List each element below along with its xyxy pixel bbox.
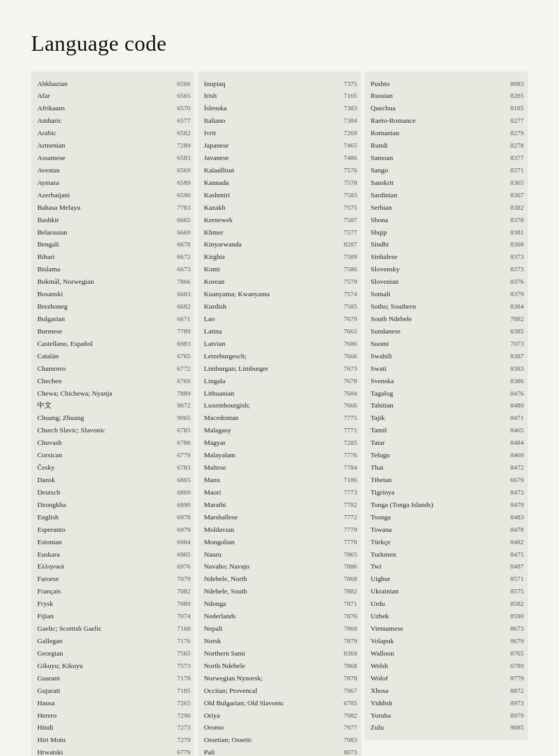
language-name: Kirghiz <box>204 252 337 263</box>
language-code: 6765 <box>171 351 190 361</box>
language-name: Komi <box>204 264 337 275</box>
language-name: Armenian <box>37 140 171 151</box>
language-name: Latvian <box>204 339 337 350</box>
language-code: 6566 <box>171 79 190 89</box>
language-code: 8476 <box>504 388 524 399</box>
language-code: 8387 <box>504 351 524 361</box>
language-name: South Ndebele <box>371 314 504 325</box>
language-name: Aymara <box>37 178 171 188</box>
table-row: Burmese7789 <box>37 325 190 338</box>
language-code: 7868 <box>337 661 357 671</box>
language-name: Esperanto <box>37 525 171 535</box>
table-row: Ndonga7871 <box>204 598 357 610</box>
table-row: Nauru7865 <box>204 548 357 561</box>
table-row: Česky6783 <box>37 462 190 474</box>
table-row: Lithuanian7684 <box>204 387 357 400</box>
table-row: Aymara6589 <box>37 177 190 189</box>
language-name: Northern Sami <box>204 648 337 659</box>
language-name: Hindi <box>37 722 171 733</box>
language-code: 7865 <box>337 549 357 560</box>
language-name: Shqip <box>371 227 504 238</box>
language-name: Chamorro <box>37 364 171 374</box>
table-row: Bengali6678 <box>37 239 190 251</box>
language-code: 8378 <box>504 215 524 225</box>
language-code: 6665 <box>171 215 190 225</box>
language-name: Kernewek <box>204 215 337 226</box>
language-code: 8382 <box>504 202 524 213</box>
table-row: Sanskrit8365 <box>371 177 524 189</box>
language-name: Tibetan <box>371 475 504 486</box>
table-row: Korean7579 <box>204 276 357 288</box>
language-name: Brezhoneg <box>37 301 171 312</box>
language-name: Javanese <box>204 153 337 164</box>
table-row: Íslenska7383 <box>204 103 357 115</box>
table-row: Mongolian7778 <box>204 536 357 548</box>
table-row: Tatar8484 <box>371 437 524 449</box>
language-name: Bosanski <box>37 289 171 300</box>
language-name: Ossetian; Ossetic <box>204 735 337 746</box>
language-code: 8373 <box>504 252 524 262</box>
language-code: 6985 <box>171 549 190 560</box>
language-name: Lithuanian <box>204 388 337 399</box>
table-row: Uzbek8590 <box>371 610 524 623</box>
language-code: 6589 <box>171 178 190 188</box>
language-name: Kuanyama; Kwanyama <box>204 289 337 300</box>
language-code: 6869 <box>171 487 190 498</box>
language-table: Abkhazian6566Afar6565Afrikaans6570Amhari… <box>31 71 528 756</box>
language-code: 6783 <box>171 462 190 473</box>
language-name: 中文 <box>37 400 171 411</box>
table-row: Armenian7289 <box>37 140 190 152</box>
language-name: Afar <box>37 91 171 101</box>
language-code: 7486 <box>337 153 357 163</box>
language-name: Nepali <box>204 623 337 634</box>
language-name: Marshallese <box>204 512 337 523</box>
language-code: 6769 <box>171 376 190 386</box>
language-code: 7579 <box>337 277 357 287</box>
table-row: Sundanese8385 <box>371 325 524 338</box>
table-row: Ελληνικά6976 <box>37 561 190 573</box>
table-row: Amharic6577 <box>37 115 190 127</box>
language-code: 7082 <box>171 586 190 597</box>
table-row: Faroese7079 <box>37 573 190 586</box>
language-code: 7465 <box>337 140 357 151</box>
language-code: 6976 <box>171 561 190 572</box>
language-code: 7577 <box>337 227 357 238</box>
language-name: Azerbaijani <box>37 190 171 201</box>
language-code: 7684 <box>337 388 357 399</box>
language-name: Íslenska <box>204 103 337 114</box>
table-row: Volapuk8679 <box>371 635 524 647</box>
table-row: Dzongkha6890 <box>37 499 190 511</box>
language-code: 6789 <box>504 661 524 671</box>
language-code: 7778 <box>337 537 357 547</box>
language-name: Lao <box>204 314 337 325</box>
table-row: Khmer7577 <box>204 226 357 239</box>
language-name: Tsonga <box>371 512 504 523</box>
language-name: Japanese <box>204 140 337 151</box>
table-row: Français7082 <box>37 586 190 598</box>
language-name: Rundi <box>371 140 504 151</box>
language-name: Bislama <box>37 264 171 275</box>
table-row: Chuvash6786 <box>37 437 190 449</box>
table-row: Abkhazian6566 <box>37 78 190 90</box>
language-code: 6890 <box>171 500 190 510</box>
table-row: Old Bulgarian; Old Slavonic6785 <box>204 697 357 709</box>
language-name: Russian <box>371 91 504 101</box>
language-name: Chuvash <box>37 438 171 448</box>
language-code: 8367 <box>504 190 524 200</box>
table-row: Tagalog8476 <box>371 387 524 400</box>
table-row: Zulu9085 <box>371 722 524 734</box>
language-name: Samoan <box>371 153 504 164</box>
language-code: 6669 <box>171 227 190 238</box>
table-row: Oriya7982 <box>204 709 357 722</box>
language-name: Norsk <box>204 636 337 647</box>
table-row: Twi8487 <box>371 561 524 573</box>
language-name: Oriya <box>204 710 337 721</box>
table-row: Dansk6865 <box>37 474 190 487</box>
language-code: 6678 <box>171 239 190 250</box>
language-name: Tagalog <box>371 388 504 399</box>
language-code: 7285 <box>337 438 357 448</box>
language-code: 7185 <box>171 686 190 696</box>
language-name: Old Bulgarian; Old Slavonic <box>204 698 337 709</box>
language-code: 7269 <box>337 128 357 138</box>
language-name: Raeto-Romance <box>371 115 504 126</box>
